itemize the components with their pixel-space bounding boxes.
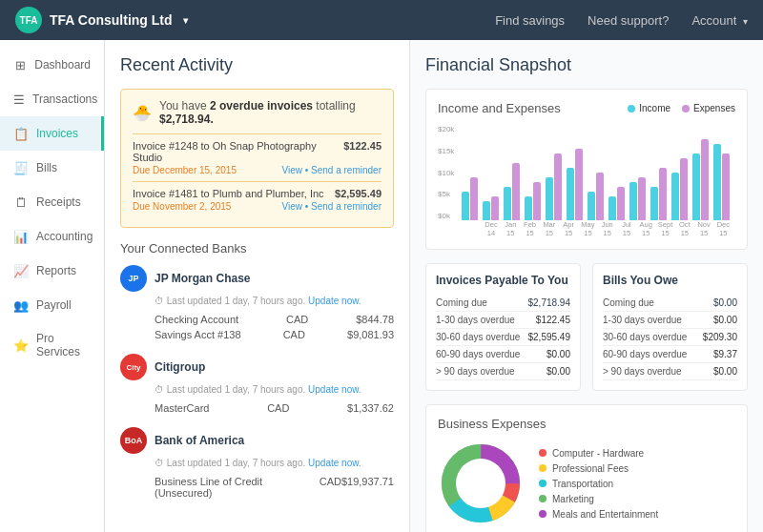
x-axis-label: Jan 15 bbox=[503, 220, 519, 237]
invoice-1-links: View • Send a reminder bbox=[282, 165, 382, 175]
recent-activity-title: Recent Activity bbox=[120, 55, 394, 75]
bar-group bbox=[629, 177, 648, 220]
donut-chart bbox=[438, 440, 524, 526]
income-bar bbox=[650, 187, 658, 220]
x-axis-label: Aug 15 bbox=[638, 220, 654, 237]
bank-jp-morgan-savings-amount: $9,081.93 bbox=[347, 329, 394, 340]
x-axis-label: Apr 15 bbox=[560, 220, 576, 237]
brand-name: TFA Consulting Ltd bbox=[50, 12, 173, 28]
overdue-invoice-1: Invoice #1248 to Oh Snap Photography Stu… bbox=[133, 133, 382, 181]
bills-owe-section: Bills You Owe Coming due$0.00 1-30 days … bbox=[592, 263, 748, 391]
income-bar bbox=[504, 187, 511, 220]
meals-dot bbox=[539, 510, 546, 518]
invoice-2-reminder-link[interactable]: Send a reminder bbox=[311, 201, 382, 212]
income-legend-label: Income bbox=[639, 103, 670, 113]
bank-citigroup-update-link[interactable]: Update now. bbox=[308, 384, 361, 395]
sidebar-item-reports[interactable]: 📈 Reports bbox=[0, 254, 104, 288]
pro-services-icon: ⭐ bbox=[13, 338, 29, 353]
professional-dot bbox=[539, 464, 546, 472]
bank-boa-credit-label: Business Line of Credit (Unsecured) bbox=[155, 476, 320, 499]
accounting-icon: 📊 bbox=[13, 229, 29, 244]
sidebar-item-transactions[interactable]: ☰ Transactions bbox=[0, 82, 104, 116]
legend-item-hardware: Computer - Hardware bbox=[539, 448, 658, 459]
brand-logo: TFA bbox=[15, 7, 42, 33]
x-axis-label: Dec 15 bbox=[715, 220, 732, 237]
bank-citigroup-mastercard-currency: CAD bbox=[267, 402, 289, 414]
income-bar bbox=[692, 153, 700, 220]
sidebar-item-receipts[interactable]: 🗒 Receipts bbox=[0, 185, 104, 219]
legend-expenses: Expenses bbox=[682, 103, 735, 113]
sidebar-label-receipts: Receipts bbox=[36, 195, 81, 209]
invoice-1-reminder-link[interactable]: Send a reminder bbox=[311, 165, 382, 175]
sidebar-item-pro-services[interactable]: ⭐ Pro Services bbox=[0, 322, 104, 368]
expenses-bar bbox=[533, 182, 541, 220]
bank-jp-morgan-checking-amount: $844.78 bbox=[356, 314, 394, 325]
expenses-bar bbox=[638, 177, 646, 220]
bank-boa-update-link[interactable]: Update now. bbox=[308, 458, 361, 468]
invoice-2-due: Due November 2, 2015 bbox=[133, 201, 231, 212]
professional-label: Professional Fees bbox=[552, 463, 629, 474]
expenses-bar bbox=[575, 149, 583, 220]
bank-boa-updated: ⏱ Last updated 1 day, 7 hours ago. Updat… bbox=[155, 458, 394, 468]
bank-citigroup-name: Citigroup bbox=[155, 360, 205, 374]
account-link[interactable]: Account ▾ bbox=[691, 13, 748, 28]
sidebar-label-dashboard: Dashboard bbox=[34, 58, 91, 72]
dashboard-icon: ⊞ bbox=[13, 57, 27, 72]
bar-group bbox=[504, 163, 522, 220]
bank-jp-morgan-checking: Checking Account CAD $844.78 bbox=[155, 312, 394, 327]
sidebar-label-reports: Reports bbox=[36, 264, 76, 277]
y-axis-labels: $0k $5k $10k $15k $20k bbox=[438, 125, 454, 220]
bar-group bbox=[671, 158, 690, 220]
sidebar-item-bills[interactable]: 🧾 Bills bbox=[0, 151, 104, 185]
chart-legend: Income Expenses bbox=[628, 103, 735, 113]
bar-group bbox=[713, 144, 732, 220]
sidebar-item-dashboard[interactable]: ⊞ Dashboard bbox=[0, 48, 104, 82]
receipts-icon: 🗒 bbox=[13, 194, 29, 210]
x-axis-label: Sept 15 bbox=[657, 220, 673, 237]
table-row: 1-30 days overdue$122.45 bbox=[436, 312, 570, 329]
bank-jp-morgan-update-link[interactable]: Update now. bbox=[308, 296, 361, 306]
find-savings-link[interactable]: Find savings bbox=[495, 13, 565, 28]
content-area: Recent Activity 🐣 You have 2 overdue inv… bbox=[105, 40, 763, 532]
bank-citigroup: City Citigroup ⏱ Last updated 1 day, 7 h… bbox=[120, 354, 394, 416]
expenses-title: Business Expenses bbox=[438, 417, 735, 431]
x-axis-label: Jul 15 bbox=[618, 220, 634, 237]
financial-snapshot-title: Financial Snapshot bbox=[425, 55, 748, 75]
need-support-link[interactable]: Need support? bbox=[588, 13, 669, 28]
bar-group bbox=[546, 153, 564, 220]
table-row: Coming due$0.00 bbox=[603, 295, 737, 312]
invoice-1-id-to: Invoice #1248 to Oh Snap Photography Stu… bbox=[133, 140, 343, 163]
bank-citigroup-mastercard: MasterCard CAD $1,337.62 bbox=[155, 400, 394, 416]
bank-jp-morgan-updated: ⏱ Last updated 1 day, 7 hours ago. Updat… bbox=[155, 296, 394, 306]
invoices-payable-title: Invoices Payable To You bbox=[436, 274, 570, 287]
overdue-invoice-2: Invoice #1481 to Plumb and Plumber, Inc … bbox=[133, 181, 382, 217]
income-bar bbox=[546, 177, 553, 220]
bank-citigroup-updated: ⏱ Last updated 1 day, 7 hours ago. Updat… bbox=[155, 384, 394, 395]
sidebar-item-invoices[interactable]: 📋 Invoices bbox=[0, 116, 104, 151]
x-axis-label: Feb 15 bbox=[522, 220, 538, 237]
bank-boa-name: Bank of America bbox=[155, 434, 244, 447]
income-bar bbox=[671, 173, 679, 220]
top-navigation: TFA TFA Consulting Ltd ▾ Find savings Ne… bbox=[0, 0, 763, 40]
income-bar bbox=[713, 144, 721, 220]
bank-jp-morgan-checking-currency: CAD bbox=[286, 314, 308, 325]
invoice-2-view-link[interactable]: View bbox=[282, 201, 303, 212]
bar-group bbox=[650, 168, 669, 220]
brand-area[interactable]: TFA TFA Consulting Ltd ▾ bbox=[15, 7, 495, 33]
bar-group bbox=[483, 196, 501, 220]
invoices-payable-table: Coming due$2,718.94 1-30 days overdue$12… bbox=[436, 295, 570, 380]
bank-citigroup-logo: City bbox=[120, 354, 147, 380]
sidebar: ⊞ Dashboard ☰ Transactions 📋 Invoices 🧾 … bbox=[0, 40, 105, 532]
sidebar-item-accounting[interactable]: 📊 Accounting bbox=[0, 219, 104, 254]
expenses-bar bbox=[512, 163, 520, 220]
alert-header: 🐣 You have 2 overdue invoices totalling … bbox=[133, 99, 382, 126]
sidebar-item-payroll[interactable]: 👥 Payroll bbox=[0, 288, 104, 322]
nav-links: Find savings Need support? Account ▾ bbox=[495, 13, 748, 28]
income-bar bbox=[483, 201, 490, 220]
invoice-1-view-link[interactable]: View bbox=[282, 165, 303, 175]
bar-group bbox=[525, 182, 543, 220]
bills-icon: 🧾 bbox=[13, 160, 29, 175]
bank-jp-morgan-savings-currency: CAD bbox=[283, 329, 305, 340]
bank-jp-morgan-header: JP JP Morgan Chase bbox=[120, 265, 394, 292]
marketing-dot bbox=[539, 495, 546, 502]
